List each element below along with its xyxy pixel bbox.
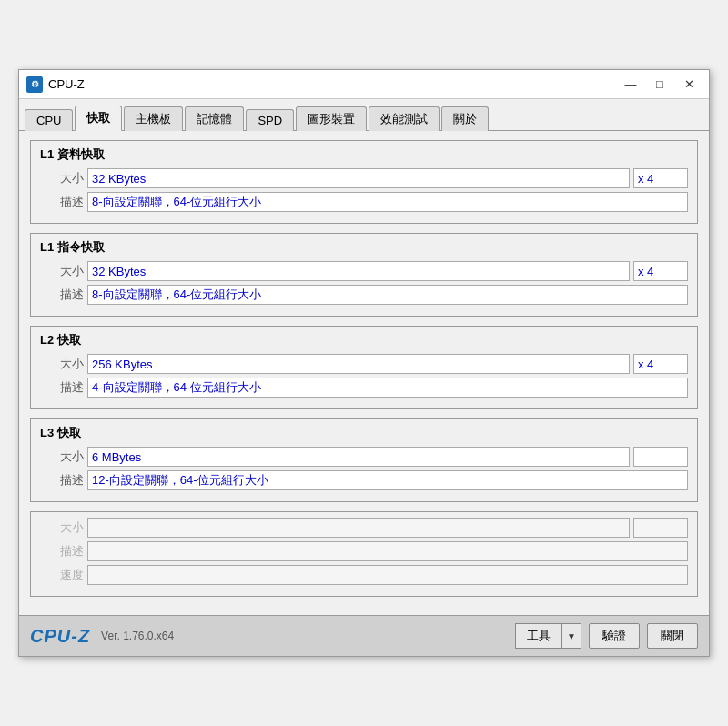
- l1-instruction-desc-field: 8-向設定關聯，64-位元組行大小: [87, 285, 688, 305]
- l1-data-desc-row: 描述 8-向設定關聯，64-位元組行大小: [40, 192, 688, 212]
- title-bar: ⚙ CPU-Z — □ ✕: [19, 70, 709, 99]
- l2-multiplier-field: x 4: [633, 354, 688, 374]
- l2-desc-field: 4-向設定關聯，64-位元組行大小: [87, 378, 688, 398]
- footer: CPU-Z Ver. 1.76.0.x64 工具 ▼ 驗證 關閉: [19, 615, 709, 656]
- empty-cache-group: 大小 描述 速度: [30, 511, 698, 597]
- l1-instruction-desc-label: 描述: [40, 287, 84, 303]
- tab-benchmark[interactable]: 效能測試: [369, 106, 440, 131]
- close-button[interactable]: ✕: [676, 76, 702, 94]
- l1-data-size-field: 32 KBytes: [87, 168, 630, 188]
- l1-data-desc-field: 8-向設定關聯，64-位元組行大小: [87, 192, 688, 212]
- tab-about[interactable]: 關於: [441, 106, 489, 131]
- l2-desc-label: 描述: [40, 379, 84, 396]
- l3-desc-label: 描述: [40, 472, 84, 489]
- tab-memory[interactable]: 記憶體: [185, 106, 244, 131]
- l1-instruction-title: L1 指令快取: [40, 239, 688, 256]
- l1-instruction-desc-row: 描述 8-向設定關聯，64-位元組行大小: [40, 285, 688, 305]
- tools-dropdown-button[interactable]: ▼: [561, 623, 581, 649]
- tab-bar: CPU 快取 主機板 記憶體 SPD 圖形裝置 效能測試 關於: [19, 99, 709, 131]
- app-icon: ⚙: [26, 76, 43, 93]
- l2-size-field: 256 KBytes: [87, 354, 630, 374]
- l1-data-size-label: 大小: [40, 170, 84, 187]
- empty-size-field: [87, 518, 630, 538]
- close-app-button[interactable]: 關閉: [647, 623, 698, 649]
- footer-brand: CPU-Z: [30, 626, 90, 647]
- tools-button[interactable]: 工具: [515, 623, 561, 649]
- empty-desc-label: 描述: [40, 543, 84, 560]
- l2-title: L2 快取: [40, 332, 688, 348]
- l1-instruction-size-field: 32 KBytes: [87, 261, 630, 281]
- empty-desc-field: [87, 541, 688, 561]
- window-title: CPU-Z: [48, 77, 618, 91]
- l1-data-title: L1 資料快取: [40, 146, 688, 163]
- empty-speed-row: 速度: [40, 565, 688, 585]
- tools-group: 工具 ▼: [515, 623, 581, 649]
- tab-graphics[interactable]: 圖形裝置: [296, 106, 367, 131]
- main-window: ⚙ CPU-Z — □ ✕ CPU 快取 主機板 記憶體 SPD 圖形裝置 效能…: [18, 69, 710, 657]
- l2-desc-row: 描述 4-向設定關聯，64-位元組行大小: [40, 378, 688, 398]
- empty-speed-field: [87, 565, 688, 585]
- empty-size-row: 大小: [40, 518, 688, 538]
- tab-spd[interactable]: SPD: [246, 109, 294, 131]
- l1-data-cache-group: L1 資料快取 大小 32 KBytes x 4 描述 8-向設定關聯，64-位…: [30, 140, 698, 224]
- window-controls: — □ ✕: [618, 76, 702, 94]
- l3-desc-row: 描述 12-向設定關聯，64-位元組行大小: [40, 470, 688, 490]
- empty-speed-label: 速度: [40, 567, 84, 583]
- tab-cpu[interactable]: CPU: [25, 109, 73, 131]
- l1-data-multiplier-field: x 4: [633, 168, 688, 188]
- l2-cache-group: L2 快取 大小 256 KBytes x 4 描述 4-向設定關聯，64-位元…: [30, 326, 698, 409]
- l1-instruction-size-row: 大小 32 KBytes x 4: [40, 261, 688, 281]
- l3-size-row: 大小 6 MBytes: [40, 447, 688, 467]
- main-content: L1 資料快取 大小 32 KBytes x 4 描述 8-向設定關聯，64-位…: [19, 131, 709, 615]
- l3-multiplier-field: [633, 447, 688, 467]
- l1-instruction-size-label: 大小: [40, 263, 84, 279]
- l3-title: L3 快取: [40, 425, 688, 441]
- l3-size-field: 6 MBytes: [87, 447, 630, 467]
- l1-data-desc-label: 描述: [40, 194, 84, 210]
- tab-mainboard[interactable]: 主機板: [124, 106, 183, 131]
- empty-multiplier-field: [633, 518, 688, 538]
- tab-cache[interactable]: 快取: [75, 106, 122, 131]
- l1-instruction-cache-group: L1 指令快取 大小 32 KBytes x 4 描述 8-向設定關聯，64-位…: [30, 233, 698, 317]
- empty-size-label: 大小: [40, 519, 84, 536]
- verify-button[interactable]: 驗證: [589, 623, 640, 649]
- empty-desc-row: 描述: [40, 541, 688, 561]
- l3-cache-group: L3 快取 大小 6 MBytes 描述 12-向設定關聯，64-位元組行大小: [30, 418, 698, 502]
- l3-desc-field: 12-向設定關聯，64-位元組行大小: [87, 470, 688, 490]
- l2-size-row: 大小 256 KBytes x 4: [40, 354, 688, 374]
- footer-version: Ver. 1.76.0.x64: [101, 630, 508, 642]
- l1-data-size-row: 大小 32 KBytes x 4: [40, 168, 688, 188]
- minimize-button[interactable]: —: [618, 76, 643, 94]
- maximize-button[interactable]: □: [647, 76, 672, 94]
- l2-size-label: 大小: [40, 356, 84, 372]
- l1-instruction-multiplier-field: x 4: [633, 261, 688, 281]
- l3-size-label: 大小: [40, 449, 84, 465]
